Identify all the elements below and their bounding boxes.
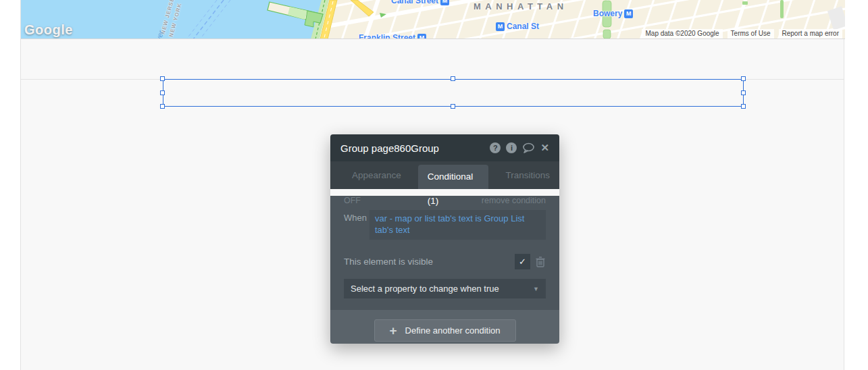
selected-element-outline[interactable] xyxy=(163,79,744,107)
tab-conditional[interactable]: Conditional (1) xyxy=(418,165,489,189)
selection-handle-bottom-left[interactable] xyxy=(160,104,165,109)
popup-footer: + Define another condition xyxy=(330,310,559,344)
street-label-franklin-street: Franklin Street M xyxy=(359,33,426,39)
comment-icon[interactable] xyxy=(522,142,535,153)
selection-handle-top-mid[interactable] xyxy=(451,76,455,81)
street-label-canal-street: Canal Street M xyxy=(391,0,449,5)
remove-condition-link[interactable]: remove condition xyxy=(482,196,546,205)
info-icon[interactable]: i xyxy=(506,142,517,153)
report-map-error-link[interactable]: Report a map error xyxy=(779,29,842,38)
street-label-bowery: Bowery M xyxy=(593,9,633,18)
selection-handle-top-left[interactable] xyxy=(160,76,165,81)
tab-transitions[interactable]: Transitions xyxy=(496,161,559,189)
map-attribution: Map data ©2020 Google Terms of Use Repor… xyxy=(642,29,842,38)
trash-icon xyxy=(535,256,546,268)
help-icon[interactable]: ? xyxy=(490,142,501,153)
condition-expression-input[interactable]: var - map or list tab's text is Group Li… xyxy=(369,210,546,240)
define-another-condition-button[interactable]: + Define another condition xyxy=(374,319,516,342)
selection-handle-mid-right[interactable] xyxy=(741,90,746,95)
google-map[interactable]: Google MANHATTAN Canal Street M Franklin… xyxy=(21,0,845,39)
map-data-credit: Map data ©2020 Google xyxy=(642,29,722,38)
property-select-dropdown[interactable]: Select a property to change when true ▼ xyxy=(344,279,546,298)
check-icon: ✓ xyxy=(519,257,526,267)
subway-icon: M xyxy=(624,9,633,18)
close-icon[interactable]: ✕ xyxy=(540,142,549,153)
popup-tabbar: Appearance Conditional (1) Transitions xyxy=(330,161,559,189)
popup-title: Group page860Group xyxy=(340,142,490,154)
dropdown-placeholder: Select a property to change when true xyxy=(351,284,533,294)
editor-stage: Google MANHATTAN Canal Street M Franklin… xyxy=(0,0,868,370)
street-label-canal-st: M Canal St xyxy=(496,22,539,31)
condition-header-row: OFF remove condition xyxy=(344,196,546,205)
property-statement-row: This element is visible ✓ xyxy=(344,254,546,269)
define-button-label: Define another condition xyxy=(405,325,501,336)
popup-title-bar[interactable]: Group page860Group ? i ✕ xyxy=(330,134,559,161)
chevron-down-icon: ▼ xyxy=(533,286,539,292)
google-logo[interactable]: Google xyxy=(24,22,73,38)
property-statement-label: This element is visible xyxy=(344,257,515,267)
header-icons: ? i ✕ xyxy=(490,142,549,153)
condition-toggle-state[interactable]: OFF xyxy=(344,196,361,205)
tab-appearance[interactable]: Appearance xyxy=(342,161,411,189)
plus-icon: + xyxy=(389,324,397,337)
region-label-manhattan: MANHATTAN xyxy=(474,1,568,11)
selection-handle-mid-left[interactable] xyxy=(160,90,165,95)
selection-handle-bottom-mid[interactable] xyxy=(451,104,455,109)
subway-icon: M xyxy=(417,34,426,40)
subway-icon: M xyxy=(440,0,449,5)
terms-of-use-link[interactable]: Terms of Use xyxy=(727,29,774,38)
selection-handle-bottom-right[interactable] xyxy=(741,104,746,109)
when-row: When var - map or list tab's text is Gro… xyxy=(344,210,546,240)
delete-property-button[interactable] xyxy=(535,256,546,268)
condition-expression-text: var - map or list tab's text is Group Li… xyxy=(375,213,524,235)
selection-handle-top-right[interactable] xyxy=(741,76,746,81)
property-editor-popup: Group page860Group ? i ✕ Appearance Cond… xyxy=(330,134,559,344)
visible-checkbox[interactable]: ✓ xyxy=(515,254,530,269)
conditional-panel: OFF remove condition When var - map or l… xyxy=(330,196,559,310)
subway-icon: M xyxy=(496,22,505,31)
when-label: When xyxy=(344,210,369,240)
